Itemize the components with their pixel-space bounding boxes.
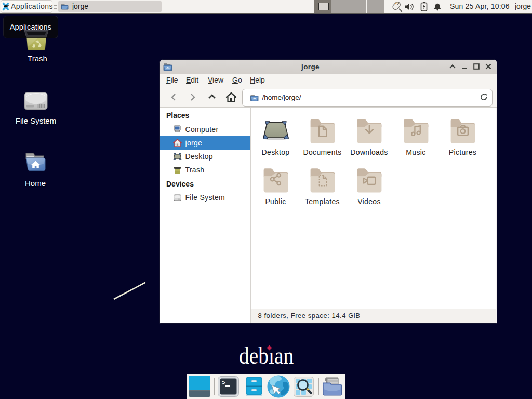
svg-text:>: > xyxy=(222,380,225,387)
